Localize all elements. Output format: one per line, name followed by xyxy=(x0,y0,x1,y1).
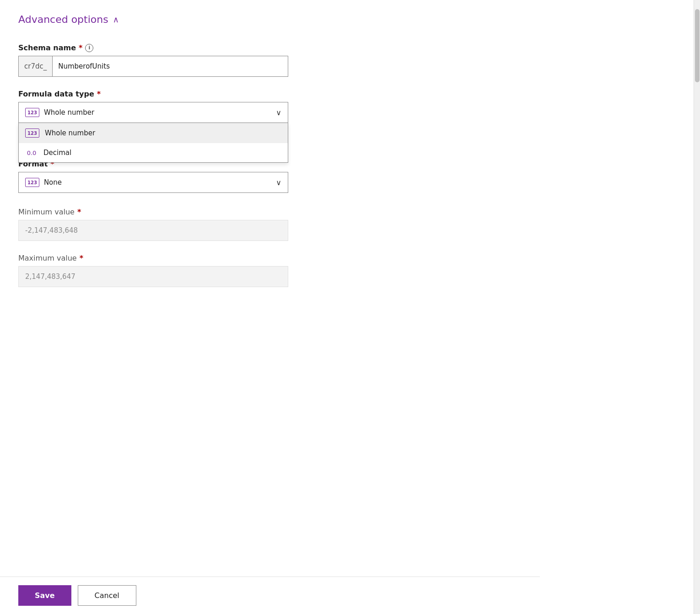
schema-name-group: Schema name * i cr7dc_ xyxy=(18,43,522,77)
maximum-value-required: * xyxy=(80,254,83,262)
maximum-value-label: Maximum value * xyxy=(18,254,522,262)
scrollbar-track xyxy=(694,0,700,614)
whole-number-icon: 123 xyxy=(25,128,39,138)
minimum-value-group: Minimum value * -2,147,483,648 xyxy=(18,208,522,241)
formula-data-type-dropdown-button[interactable]: 123 Whole number ∨ xyxy=(18,102,288,123)
schema-name-input[interactable] xyxy=(53,62,288,70)
minimum-value-label: Minimum value * xyxy=(18,208,522,216)
schema-name-label: Schema name * i xyxy=(18,43,522,52)
formula-data-type-label: Formula data type * xyxy=(18,90,522,98)
decimal-label: Decimal xyxy=(43,149,71,157)
schema-name-required: * xyxy=(79,43,82,52)
format-group: Format * 123 None ∨ xyxy=(18,160,522,193)
format-value: None xyxy=(44,178,271,187)
formula-data-type-dropdown[interactable]: 123 Whole number ∨ 123 Whole number 0.0 … xyxy=(18,102,288,123)
main-container: Advanced options ∧ Schema name * i cr7dc… xyxy=(0,0,540,364)
whole-number-label: Whole number xyxy=(45,129,95,137)
maximum-value-input: 2,147,483,647 xyxy=(18,266,288,287)
cancel-button[interactable]: Cancel xyxy=(78,585,136,606)
formula-data-type-group: Formula data type * 123 Whole number ∨ 1… xyxy=(18,90,522,123)
scrollbar-thumb[interactable] xyxy=(695,9,700,82)
formula-data-type-value: Whole number xyxy=(44,108,271,117)
schema-name-input-wrapper: cr7dc_ xyxy=(18,56,288,77)
formula-data-type-required: * xyxy=(97,90,101,98)
schema-prefix: cr7dc_ xyxy=(19,56,53,76)
format-dropdown[interactable]: 123 None ∨ xyxy=(18,172,288,193)
save-button[interactable]: Save xyxy=(18,585,71,606)
minimum-value-input: -2,147,483,648 xyxy=(18,220,288,241)
minimum-value-required: * xyxy=(77,208,81,216)
formula-data-type-dropdown-list: 123 Whole number 0.0 Decimal xyxy=(18,123,288,163)
maximum-value-group: Maximum value * 2,147,483,647 xyxy=(18,254,522,287)
format-chevron: ∨ xyxy=(276,178,281,187)
format-icon: 123 xyxy=(25,178,39,187)
advanced-options-title: Advanced options xyxy=(18,14,108,25)
button-bar: Save Cancel xyxy=(0,577,540,614)
formula-data-type-chevron: ∨ xyxy=(276,108,281,117)
dropdown-item-decimal[interactable]: 0.0 Decimal xyxy=(19,143,288,162)
chevron-up-icon[interactable]: ∧ xyxy=(113,16,119,24)
schema-name-info-icon[interactable]: i xyxy=(85,44,93,52)
decimal-icon: 0.0 xyxy=(25,149,38,156)
dropdown-item-whole-number[interactable]: 123 Whole number xyxy=(19,123,288,143)
advanced-options-header: Advanced options ∧ xyxy=(18,14,522,25)
formula-data-type-icon: 123 xyxy=(25,108,39,117)
format-dropdown-button[interactable]: 123 None ∨ xyxy=(18,172,288,193)
